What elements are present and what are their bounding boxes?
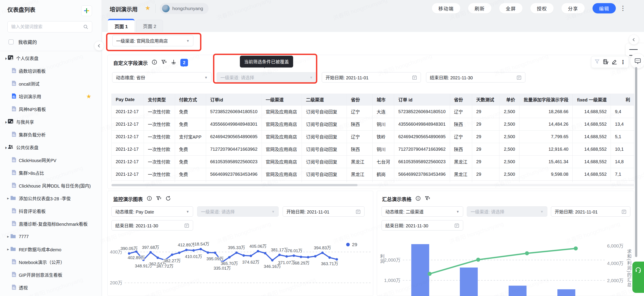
edit-button[interactable]: 编辑 [592, 3, 616, 13]
column-header[interactable]: 天数测试 [472, 94, 500, 105]
more-menu-icon[interactable]: ⋮ [620, 4, 626, 12]
sidebar-item-抖音评论看板[interactable]: 抖音评论看板 [0, 205, 102, 218]
header-button-移动端[interactable]: 移动端 [432, 3, 460, 13]
date-filter-结束日期[interactable]: 结束日期: 2021-11-30 [426, 72, 526, 82]
caret-collapsed-icon[interactable]: ▶ [7, 235, 10, 238]
select-filter-动态维度[interactable]: 动态维度: Pay Date▼ [112, 206, 193, 217]
sidebar-item-与我共享[interactable]: ◢与我共享 [0, 116, 102, 128]
refresh-icon[interactable] [165, 196, 171, 202]
favorite-star-icon[interactable]: ★ [145, 4, 150, 12]
table-cell: 鹤岗 [372, 168, 394, 181]
line-chart[interactable]: 400万200万390.05万402.89万348.91万397.68万362.… [108, 233, 374, 296]
sidebar-item-添加公共仪表盘3-28--李俊[interactable]: ▶添加公共仪表盘3-28 -李俊 [0, 192, 102, 205]
column-header[interactable]: 省份 [450, 94, 472, 105]
table-cell: 14,688,552 [572, 143, 611, 156]
sidebar-item-直播诊断-复盘指标Benchmark看板[interactable]: 直播诊断-复盘指标Benchmark看板 [0, 218, 102, 230]
sidebar-item-集群>8s占比[interactable]: 集群>8s占比 [0, 167, 102, 179]
pareto-chart[interactable]: 2,000万1,000万6,000万4,000万2,000万 [377, 233, 624, 296]
sidebar-item-函数培训看板[interactable]: 函数培训看板 [0, 65, 102, 77]
table-filter-icon[interactable] [603, 59, 609, 65]
column-header[interactable]: 批量添加字段演示字段 [519, 94, 572, 105]
column-header[interactable]: 城市 [372, 94, 394, 105]
sidebar-item-透视[interactable]: 透视 [0, 281, 102, 294]
add-dashboard-button[interactable] [81, 5, 92, 16]
search-icon[interactable] [83, 24, 88, 29]
edit-pencil-icon[interactable] [612, 59, 617, 65]
info-icon[interactable] [146, 196, 152, 202]
tab-页面2[interactable]: 页面 2 [136, 20, 163, 32]
filter-funnel-icon[interactable] [156, 196, 162, 202]
sidebar-item-oncall测试[interactable]: oncall测试 [0, 77, 102, 90]
column-header[interactable]: 订单id [206, 94, 262, 105]
select-filter-动态维度[interactable]: 动态维度: 二级渠道▼ [382, 206, 463, 217]
sidebar-item-Notebook演示（公开）[interactable]: Notebook演示（公开） [0, 256, 102, 269]
column-header[interactable]: 利 [611, 94, 634, 105]
table-cell: 黑龙江 [347, 156, 372, 168]
table-row[interactable]: 2021-12-17一次性付款免费4355660499848948301官网及应… [112, 118, 634, 131]
filter-funnel-light-icon[interactable] [594, 59, 600, 65]
caret-expanded-icon[interactable]: ◢ [4, 120, 8, 124]
vertical-scrollbar[interactable] [635, 67, 637, 257]
table-row[interactable]: 2021-12-17一次性付款免费5723852260694180510官网及应… [112, 105, 634, 118]
column-header[interactable]: fixed 一级渠道 [572, 94, 611, 105]
column-header[interactable]: 一级渠道 [262, 94, 302, 105]
tab-页面1[interactable]: 页面 1 [108, 19, 134, 32]
date-filter-开始日期[interactable]: 开始日期: 2021-11-01 [551, 206, 630, 217]
column-header[interactable]: 单价 [499, 94, 519, 105]
table-cell: 订阅号自动回复 [302, 105, 347, 118]
sidebar-item-REF数据与成本demo[interactable]: ▶REF数据与成本demo [0, 243, 102, 256]
card-more-icon[interactable]: ⋮ [620, 59, 626, 65]
header-button-授权[interactable]: 授权 [530, 3, 554, 13]
feedback-button[interactable] [630, 54, 644, 68]
table-row[interactable]: 2021-12-17一次性付款支付宝APP6246942905654890695… [112, 131, 634, 143]
date-filter-结束日期[interactable]: 结束日期: 2021-11-30 [382, 220, 463, 231]
sidebar-item-7777[interactable]: ▶7777 [0, 230, 102, 243]
star-icon[interactable]: ★ [86, 93, 91, 100]
search-input[interactable] [11, 24, 83, 29]
caret-expanded-icon[interactable]: ◢ [4, 146, 8, 149]
favorites-checkbox[interactable] [8, 39, 14, 44]
right-panel-collapse-button[interactable] [629, 35, 639, 44]
global-channel-filter[interactable]: 一级渠道: 官网及应用商店 ▼ [112, 35, 193, 46]
column-header[interactable]: Pay Date [112, 94, 144, 105]
info-icon[interactable] [415, 196, 421, 202]
caret-expanded-icon[interactable]: ◢ [4, 56, 8, 60]
sidebar-collapse-button[interactable] [94, 41, 104, 51]
table-horizontal-scrollbar[interactable] [112, 184, 634, 186]
sidebar-item-Clickhouse-风神DDL-每日任务(国内)[interactable]: Clickhouse 风神DDL 每日任务(国内) [0, 179, 102, 192]
table-row[interactable]: 2021-12-17一次性付款免费6610535958922560023官网及应… [112, 156, 634, 168]
filter-funnel-icon[interactable] [161, 59, 167, 66]
caret-collapsed-icon[interactable]: ▶ [7, 248, 10, 251]
sidebar-item-个人仪表盘[interactable]: ◢个人仪表盘 [0, 52, 102, 65]
drill-down-icon[interactable] [171, 59, 176, 66]
info-icon[interactable] [152, 59, 157, 66]
sidebar-item-GIP开屏创意派生看板[interactable]: GIP开屏创意派生看板 [0, 269, 102, 281]
column-header[interactable]: 支付类型 [144, 94, 175, 105]
owner-pill[interactable]: hongchunyang [160, 3, 208, 14]
sidebar-item-培训演示用[interactable]: 培训演示用★ [0, 90, 102, 103]
select-filter-动态维度[interactable]: 动态维度: 省份▼ [112, 72, 212, 82]
column-header[interactable]: 二级渠道 [302, 94, 347, 105]
filter-count-badge[interactable]: 2 [180, 59, 188, 66]
column-header[interactable]: 订单 id [394, 94, 450, 105]
sidebar-item-公共仪表盘[interactable]: ◢公共仪表盘 [0, 141, 102, 154]
sidebar-item-ClickHouse网关PV[interactable]: ClickHouse网关PV [0, 154, 102, 167]
header-button-刷新[interactable]: 刷新 [468, 3, 492, 13]
sidebar-item-集群负载分析[interactable]: 集群负载分析 [0, 128, 102, 141]
sidebar-item-label: oncall测试 [19, 80, 40, 87]
date-filter-结束日期[interactable]: 结束日期: 2021-11-30 [112, 220, 193, 231]
doc-chart-icon [11, 106, 17, 112]
table-row[interactable]: 2021-12-17一次性付款免费5664699237863453496官网及应… [112, 168, 634, 181]
column-header[interactable]: 付款方式 [175, 94, 206, 105]
header-button-分享[interactable]: 分享 [562, 3, 585, 13]
caret-collapsed-icon[interactable]: ▶ [7, 197, 10, 200]
date-filter-开始日期[interactable]: 开始日期: 2021-11-01 [322, 72, 421, 82]
date-filter-开始日期[interactable]: 开始日期: 2021-11-01 [282, 206, 364, 217]
column-header[interactable]: 省份 [347, 94, 372, 105]
support-button[interactable] [632, 262, 644, 293]
header-button-全屏[interactable]: 全屏 [499, 3, 522, 13]
sidebar-item-风神NPS看板[interactable]: 风神NPS看板 [0, 103, 102, 116]
table-row[interactable]: 2021-12-17一次性付款免费7127207904471663962官网及应… [112, 143, 634, 156]
table-cell: 5,1 [611, 131, 634, 143]
filter-funnel-icon[interactable] [425, 196, 430, 202]
